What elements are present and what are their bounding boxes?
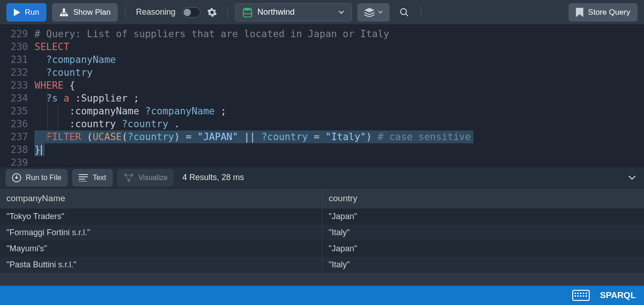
line-number: 239 bbox=[0, 156, 28, 167]
reasoning-label: Reasoning bbox=[136, 7, 175, 17]
text-view-label: Text bbox=[92, 174, 106, 182]
table-row[interactable]: "Formaggi Fortini s.r.l.""Italy" bbox=[0, 225, 644, 241]
chevron-down-icon bbox=[378, 11, 383, 14]
table-cell: "Italy" bbox=[322, 225, 644, 241]
language-indicator[interactable]: SPARQL bbox=[600, 290, 636, 300]
svg-point-0 bbox=[63, 9, 65, 11]
code-line[interactable]: :country ?country . bbox=[34, 118, 644, 130]
toolbar-separator bbox=[421, 6, 421, 19]
status-bar: SPARQL bbox=[0, 286, 644, 305]
run-to-file-button[interactable]: Run to File bbox=[6, 169, 68, 186]
code-area[interactable]: # Query: List of suppliers that are loca… bbox=[34, 28, 644, 167]
table-row[interactable]: "Pasta Buttini s.r.l.""Italy" bbox=[0, 257, 644, 273]
line-number: 237 bbox=[0, 130, 28, 143]
text-view-button[interactable]: Text bbox=[72, 169, 112, 186]
database-name: Northwind bbox=[258, 7, 333, 17]
bookmark-icon bbox=[576, 8, 583, 17]
keyboard-icon[interactable] bbox=[572, 290, 590, 301]
code-line[interactable]: WHERE { bbox=[34, 79, 644, 92]
line-number: 230 bbox=[0, 40, 28, 53]
run-button-label: Run bbox=[25, 8, 39, 17]
column-header[interactable]: country bbox=[322, 188, 644, 209]
code-line[interactable]: FILTER (UCASE(?country) = "JAPAN" || ?co… bbox=[34, 130, 644, 143]
results-toolbar: Run to File Text Visualize 4 Results, 28… bbox=[0, 167, 644, 188]
table-cell: "Italy" bbox=[322, 257, 644, 273]
line-number: 238 bbox=[0, 143, 28, 156]
line-number: 232 bbox=[0, 66, 28, 79]
graph-nodes-icon bbox=[124, 173, 134, 182]
toolbar-separator bbox=[227, 6, 228, 19]
text-lines-icon bbox=[79, 174, 88, 181]
show-plan-button[interactable]: Show Plan bbox=[52, 3, 118, 22]
download-circle-icon bbox=[12, 173, 21, 182]
line-number: 236 bbox=[0, 118, 28, 130]
show-plan-label: Show Plan bbox=[73, 8, 110, 17]
run-button[interactable]: Run bbox=[6, 3, 46, 22]
line-number: 233 bbox=[0, 79, 28, 92]
results-status: 4 Results, 28 ms bbox=[182, 173, 244, 182]
table-cell: "Mayumi's" bbox=[0, 241, 322, 257]
play-icon bbox=[14, 9, 20, 16]
search-button[interactable] bbox=[395, 3, 414, 22]
code-line[interactable]: ?s a :Supplier ; bbox=[34, 92, 644, 105]
results-table[interactable]: companyNamecountry"Tokyo Traders""Japan"… bbox=[0, 188, 644, 273]
svg-point-4 bbox=[243, 7, 252, 10]
line-number: 235 bbox=[0, 105, 28, 118]
code-line[interactable]: # Query: List of suppliers that are loca… bbox=[34, 28, 644, 40]
database-selector[interactable]: Northwind bbox=[235, 3, 352, 22]
table-cell: "Japan" bbox=[322, 241, 644, 257]
store-query-label: Store Query bbox=[588, 8, 630, 17]
code-editor[interactable]: 229230231232233234235236237238239 # Quer… bbox=[0, 25, 644, 167]
table-row[interactable]: "Tokyo Traders""Japan" bbox=[0, 209, 644, 225]
svg-point-3 bbox=[66, 14, 68, 16]
table-row[interactable]: "Mayumi's""Japan" bbox=[0, 241, 644, 257]
chevron-down-icon[interactable] bbox=[626, 173, 638, 183]
line-number: 234 bbox=[0, 92, 28, 105]
table-cell: "Pasta Buttini s.r.l." bbox=[0, 257, 322, 273]
code-line[interactable]: ?companyName bbox=[34, 53, 644, 66]
store-query-button[interactable]: Store Query bbox=[569, 3, 638, 22]
reasoning-toggle[interactable] bbox=[182, 7, 201, 17]
chevron-down-icon bbox=[339, 11, 344, 14]
code-line[interactable]: ?country bbox=[34, 66, 644, 79]
results-footer-spacer bbox=[0, 273, 644, 286]
table-cell: "Tokyo Traders" bbox=[0, 209, 322, 225]
code-line[interactable]: } bbox=[34, 143, 644, 156]
layers-dropdown-button[interactable] bbox=[357, 3, 390, 22]
layers-icon bbox=[364, 8, 374, 17]
app-toolbar: Run Show Plan Reasoning bbox=[0, 0, 644, 25]
plan-graph-icon bbox=[59, 8, 69, 17]
line-number-gutter: 229230231232233234235236237238239 bbox=[0, 28, 34, 167]
results-panel: companyNamecountry"Tokyo Traders""Japan"… bbox=[0, 188, 644, 305]
toolbar-separator bbox=[125, 6, 126, 19]
code-line[interactable]: :companyName ?companyName ; bbox=[34, 105, 644, 118]
database-icon bbox=[243, 7, 252, 17]
table-cell: "Formaggi Fortini s.r.l." bbox=[0, 225, 322, 241]
visualize-button[interactable]: Visualize bbox=[117, 169, 174, 186]
line-number: 231 bbox=[0, 53, 28, 66]
reasoning-control: Reasoning bbox=[133, 7, 219, 17]
table-cell: "Japan" bbox=[322, 209, 644, 225]
line-number: 229 bbox=[0, 28, 28, 40]
gear-icon[interactable] bbox=[207, 7, 217, 17]
search-icon bbox=[399, 7, 409, 17]
code-line[interactable] bbox=[34, 156, 644, 167]
code-line[interactable]: SELECT bbox=[34, 40, 644, 53]
svg-point-5 bbox=[400, 8, 406, 14]
visualize-label: Visualize bbox=[138, 174, 168, 182]
column-header[interactable]: companyName bbox=[0, 188, 322, 209]
run-to-file-label: Run to File bbox=[26, 174, 61, 182]
svg-point-2 bbox=[63, 14, 65, 16]
svg-point-1 bbox=[60, 14, 62, 16]
